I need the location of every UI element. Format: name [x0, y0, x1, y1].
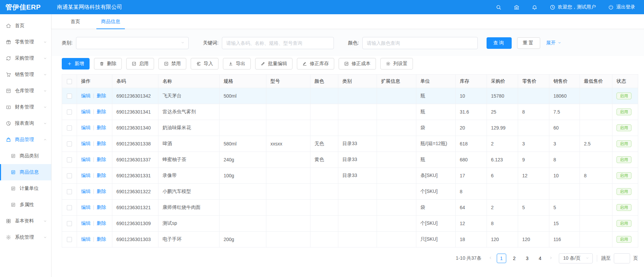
- status-badge: 启用: [617, 236, 631, 243]
- delete-link[interactable]: 删除: [97, 220, 106, 226]
- delete-button[interactable]: 删除: [94, 58, 122, 70]
- sidebar-item-system-mgmt[interactable]: 系统管理: [0, 229, 51, 245]
- sidebar-item-multi-attr[interactable]: 多属性: [0, 197, 51, 213]
- sidebar-item-purchase[interactable]: 采购管理: [0, 50, 51, 66]
- sidebar-item-sales[interactable]: 销售管理: [0, 66, 51, 83]
- edit-link[interactable]: 编辑: [81, 236, 91, 242]
- next-page-button[interactable]: [547, 254, 555, 263]
- cell-model: [266, 88, 310, 104]
- sidebar-item-finance[interactable]: 财务管理: [0, 99, 51, 115]
- edit-link[interactable]: 编辑: [81, 189, 91, 194]
- column-settings-button[interactable]: 列设置: [380, 58, 413, 70]
- sidebar-item-basic-data[interactable]: 基本资料: [0, 213, 51, 229]
- sidebar-item-reports[interactable]: 报表查询: [0, 115, 51, 132]
- sidebar-item-retail[interactable]: 零售管理: [0, 34, 51, 50]
- page-button-1[interactable]: 1: [497, 254, 506, 263]
- page-button-2[interactable]: 2: [510, 254, 519, 263]
- row-checkbox[interactable]: [67, 157, 72, 162]
- enable-button[interactable]: 启用: [126, 58, 154, 70]
- sidebar-item-product-mgmt[interactable]: 商品管理: [0, 132, 51, 148]
- prev-page-button[interactable]: [486, 254, 495, 263]
- edit-link[interactable]: 编辑: [81, 204, 91, 210]
- jump-to-input[interactable]: [614, 253, 630, 263]
- disable-button[interactable]: 禁用: [158, 58, 186, 70]
- search-icon[interactable]: [496, 4, 501, 10]
- bank-icon[interactable]: [514, 4, 519, 10]
- button-label: 禁用: [171, 61, 181, 67]
- op-divider: |: [93, 236, 94, 242]
- color-input[interactable]: [362, 37, 478, 49]
- cell-ext: [377, 232, 416, 248]
- fix-stock-button[interactable]: 修正库存: [297, 58, 334, 70]
- delete-link[interactable]: 删除: [97, 204, 106, 210]
- sidebar-item-home[interactable]: 首页: [0, 18, 51, 34]
- tab-home[interactable]: 首页: [66, 14, 85, 29]
- table-row: 编辑|删除6901236301340奶油味爆米花袋20129.9960启用: [62, 120, 638, 136]
- row-checkbox[interactable]: [67, 237, 72, 242]
- row-checkbox[interactable]: [67, 94, 72, 99]
- delete-link[interactable]: 删除: [97, 189, 106, 194]
- import-button[interactable]: 导入: [191, 58, 219, 70]
- batch-edit-button[interactable]: 批量编辑: [255, 58, 292, 70]
- reset-button[interactable]: 重置: [517, 37, 540, 49]
- page-size-select[interactable]: 10 条/页: [559, 253, 593, 263]
- edit-icon: [261, 61, 265, 66]
- delete-link[interactable]: 删除: [97, 157, 106, 162]
- sidebar-item-measure-unit[interactable]: 计量单位: [0, 180, 51, 197]
- status-badge: 启用: [617, 204, 631, 211]
- cell-min_price: [580, 184, 612, 200]
- category-select[interactable]: [76, 37, 189, 49]
- keyword-input[interactable]: [222, 37, 334, 49]
- table-row: 编辑|删除6901236301309测试sp个[SKU]12815启用: [62, 216, 638, 232]
- row-checkbox[interactable]: [67, 205, 72, 210]
- welcome-text: 欢迎您，测试用户: [558, 4, 596, 10]
- sidebar-item-product-info[interactable]: 商品信息: [0, 164, 51, 180]
- tab-product-info[interactable]: 商品信息: [96, 14, 125, 29]
- cell-spec: [220, 200, 266, 216]
- row-checkbox[interactable]: [67, 173, 72, 178]
- op-divider: |: [93, 204, 94, 210]
- edit-link[interactable]: 编辑: [81, 157, 91, 162]
- button-label: 修正成本: [352, 61, 371, 67]
- page-button-4[interactable]: 4: [535, 254, 545, 263]
- status-badge: 启用: [617, 124, 631, 131]
- delete-link[interactable]: 删除: [97, 141, 106, 146]
- row-checkbox[interactable]: [67, 110, 72, 115]
- row-checkbox[interactable]: [67, 141, 72, 146]
- edit-link[interactable]: 编辑: [81, 220, 91, 226]
- delete-link[interactable]: 删除: [97, 236, 106, 242]
- cell-category: 目录33: [338, 136, 377, 152]
- sidebar-item-product-category[interactable]: 商品类别: [0, 148, 51, 164]
- export-button[interactable]: 导出: [223, 58, 251, 70]
- delete-link[interactable]: 删除: [97, 93, 106, 98]
- row-checkbox[interactable]: [67, 221, 72, 226]
- expand-link[interactable]: 展开: [546, 40, 562, 46]
- cell-stock: 10: [456, 88, 487, 104]
- cell-purchase_price: 6.123: [487, 152, 518, 168]
- cell-color: [310, 232, 338, 248]
- delete-link[interactable]: 删除: [97, 125, 106, 130]
- edit-link[interactable]: 编辑: [81, 109, 91, 114]
- row-checkbox[interactable]: [67, 189, 72, 194]
- edit-link[interactable]: 编辑: [81, 173, 91, 178]
- button-label: 批量编辑: [268, 61, 287, 67]
- cell-category: [338, 184, 377, 200]
- delete-link[interactable]: 删除: [97, 109, 106, 114]
- notification-bell-icon[interactable]: [532, 4, 537, 10]
- search-button[interactable]: 查询: [487, 37, 512, 49]
- edit-link[interactable]: 编辑: [81, 141, 91, 146]
- row-checkbox[interactable]: [67, 125, 72, 131]
- edit-link[interactable]: 编辑: [81, 125, 91, 130]
- sidebar-item-warehouse[interactable]: 仓库管理: [0, 83, 51, 99]
- chevron-down-icon: [43, 89, 47, 93]
- logout-button[interactable]: 退出登录: [608, 4, 635, 10]
- sidebar-item-label: 零售管理: [15, 39, 34, 45]
- edit-link[interactable]: 编辑: [81, 93, 91, 98]
- cell-retail_price: [518, 184, 549, 200]
- sidebar-item-label: 计量单位: [20, 185, 39, 192]
- fix-cost-button[interactable]: 修正成本: [339, 58, 376, 70]
- delete-link[interactable]: 删除: [97, 173, 106, 178]
- page-button-3[interactable]: 3: [523, 254, 532, 263]
- add-button[interactable]: 新增: [62, 58, 90, 70]
- select-all-checkbox[interactable]: [67, 79, 72, 84]
